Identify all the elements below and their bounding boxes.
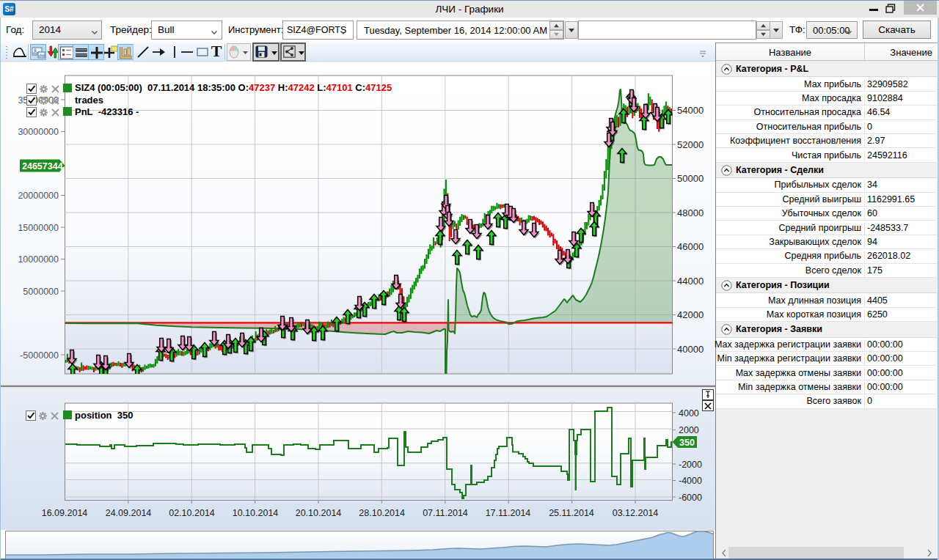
svg-text:50000: 50000: [677, 173, 704, 184]
svg-text:03.12.2014: 03.12.2014: [613, 508, 659, 518]
svg-text:46000: 46000: [677, 241, 704, 252]
svg-text:4000: 4000: [679, 408, 699, 419]
svg-text:17.11.2014: 17.11.2014: [486, 508, 531, 518]
svg-text:20.10.2014: 20.10.2014: [296, 508, 342, 518]
svg-text:30000000: 30000000: [18, 127, 59, 137]
svg-text:5000000: 5000000: [23, 287, 59, 297]
svg-text:52000: 52000: [677, 139, 704, 150]
svg-text:10.10.2014: 10.10.2014: [233, 508, 279, 518]
svg-text:24657344: 24657344: [22, 161, 63, 172]
svg-text:07.11.2014: 07.11.2014: [423, 508, 468, 518]
svg-text:-2000: -2000: [679, 460, 702, 470]
svg-text:24.09.2014: 24.09.2014: [106, 508, 152, 518]
svg-text:-5000000: -5000000: [20, 350, 59, 361]
svg-text:15000000: 15000000: [18, 223, 59, 233]
svg-text:-4000: -4000: [679, 476, 702, 486]
svg-text:02.10.2014: 02.10.2014: [169, 508, 215, 518]
svg-text:350: 350: [679, 438, 695, 448]
svg-text:48000: 48000: [677, 207, 704, 218]
svg-text:20000000: 20000000: [18, 191, 59, 201]
svg-text:54000: 54000: [677, 105, 704, 116]
svg-text:44000: 44000: [677, 276, 704, 287]
svg-text:-6000: -6000: [679, 493, 702, 503]
svg-text:25.11.2014: 25.11.2014: [549, 508, 594, 518]
svg-text:10000000: 10000000: [18, 254, 59, 265]
svg-text:2000: 2000: [679, 425, 699, 435]
svg-text:16.09.2014: 16.09.2014: [42, 508, 88, 518]
svg-text:42000: 42000: [677, 309, 704, 320]
svg-text:28.10.2014: 28.10.2014: [359, 508, 405, 518]
svg-text:40000: 40000: [677, 344, 704, 355]
